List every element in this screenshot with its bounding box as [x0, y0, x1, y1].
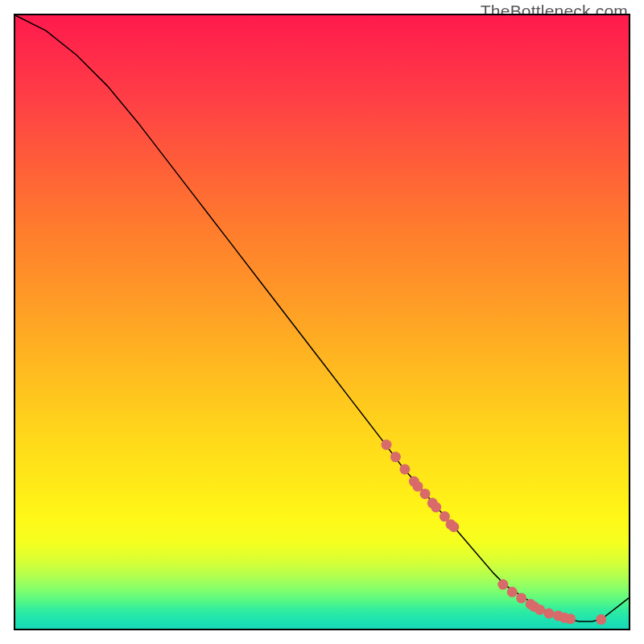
plot-area — [14, 14, 630, 630]
data-marker — [390, 452, 401, 462]
data-marker — [448, 522, 459, 532]
data-marker — [382, 440, 392, 450]
data-marker — [420, 489, 431, 499]
data-marker — [596, 614, 606, 625]
data-marker — [399, 464, 410, 474]
data-marker — [431, 502, 441, 513]
data-marker — [497, 580, 508, 590]
data-marker — [535, 605, 545, 615]
data-marker — [565, 613, 576, 624]
chart-container: TheBottleneck.com — [0, 0, 644, 644]
data-marker — [516, 592, 526, 603]
marker-group — [382, 440, 607, 625]
data-marker — [412, 481, 423, 492]
data-marker — [543, 609, 554, 619]
bottleneck-curve — [15, 15, 629, 621]
data-marker — [507, 587, 518, 597]
chart-svg — [15, 15, 629, 629]
